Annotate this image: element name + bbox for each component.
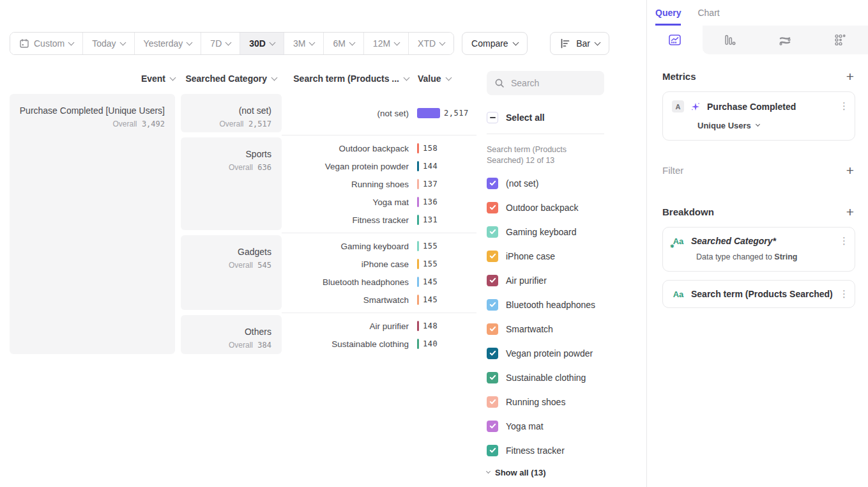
table-row[interactable]: Sustainable clothing 140 (282, 335, 476, 353)
date-range-label: Yesterday (144, 38, 183, 49)
filter-list-item[interactable]: Yoga mat (487, 414, 604, 438)
date-range-button[interactable]: Yesterday (135, 33, 202, 54)
sidebar-tabs: Query Chart (647, 0, 868, 26)
filter-list-item[interactable]: Fitness tracker (487, 438, 604, 463)
value-label: 145 (423, 295, 438, 304)
value-cell: 140 (409, 339, 476, 349)
value-bar (417, 161, 419, 171)
breakdown-card-searched-category[interactable]: Aa ✱ Searched Category* ⋮ Data type chan… (662, 227, 855, 272)
table-row[interactable]: (not set) 2,517 (282, 104, 476, 122)
table-row[interactable]: Yoga mat 136 (282, 193, 476, 211)
date-range-button[interactable]: XTD (409, 33, 453, 54)
date-range-button[interactable]: Custom (10, 33, 83, 54)
add-breakdown-button[interactable]: + (845, 205, 855, 219)
checkbox-icon (487, 421, 498, 432)
metric-name: Purchase Completed (707, 102, 833, 112)
search-term-label: Yoga mat (282, 197, 409, 207)
metric-letter-badge: A (672, 100, 684, 112)
filter-list-item[interactable]: iPhone case (487, 244, 604, 268)
select-all-checkbox[interactable]: Select all (487, 112, 604, 123)
table-row[interactable]: Running shoes 137 (282, 175, 476, 193)
category-card[interactable]: Others Overall 384 (181, 315, 282, 354)
date-range-button[interactable]: 6M (324, 33, 363, 54)
filter-item-label: (not set) (506, 178, 538, 189)
tab-flows[interactable] (758, 26, 813, 54)
date-range-button[interactable]: 7D (201, 33, 240, 54)
filter-item-label: Gaming keyboard (506, 227, 577, 237)
table-row[interactable]: Bluetooth headphones 145 (282, 273, 476, 291)
search-input[interactable]: Search (487, 71, 604, 95)
filter-item-label: Bluetooth headphones (506, 300, 595, 310)
value-label: 155 (423, 259, 438, 268)
event-column: Purchase Completed [Unique Users] Overal… (10, 91, 175, 357)
category-name: Gadgets (186, 246, 271, 258)
filter-item-label: Outdoor backpack (506, 203, 579, 213)
date-range-label: 7D (210, 38, 222, 49)
filter-list-item[interactable]: (not set) (487, 171, 604, 196)
date-range-button[interactable]: 3M (284, 33, 324, 54)
filter-list-item[interactable]: Air purifier (487, 268, 604, 293)
add-filter-button[interactable]: + (845, 164, 855, 177)
table-row[interactable]: iPhone case 155 (282, 255, 476, 273)
filter-list-item[interactable]: Vegan protein powder (487, 341, 604, 366)
tab-insights[interactable] (647, 26, 703, 54)
kebab-menu-icon[interactable]: ⋮ (839, 291, 846, 297)
category-card[interactable]: Gadgets Overall 545 (181, 235, 282, 310)
column-header-value[interactable]: Value (409, 73, 476, 84)
show-all-button[interactable]: Show all (13) (487, 468, 604, 477)
value-label: 158 (423, 144, 438, 153)
table-row[interactable]: Outdoor backpack 158 (282, 139, 476, 157)
category-overall-value: 636 (257, 163, 271, 172)
date-range-button[interactable]: 12M (364, 33, 409, 54)
category-card[interactable]: (not set) Overall 2,517 (181, 94, 282, 132)
table-row[interactable]: Smartwatch 145 (282, 291, 476, 309)
table-row[interactable]: Gaming keyboard 155 (282, 237, 476, 255)
breakdown-card-search-term[interactable]: Aa Search term (Products Searched) ⋮ (662, 280, 855, 308)
chevron-down-icon (445, 74, 452, 81)
app-root: Custom Today Yesterday (0, 0, 868, 487)
metric-card[interactable]: A Purchase Completed ⋮ Unique Users (662, 91, 855, 141)
value-label: 131 (423, 215, 438, 224)
filter-list-item[interactable]: Running shoes (487, 390, 604, 414)
column-header-event[interactable]: Event (10, 73, 175, 84)
metric-aggregation-dropdown[interactable]: Unique Users (697, 121, 846, 130)
date-range-button[interactable]: 30D (240, 33, 284, 54)
value-bar (417, 277, 419, 287)
table-row[interactable]: Air purifier 148 (282, 317, 476, 335)
filter-item-label: Running shoes (506, 397, 565, 407)
compare-button[interactable]: Compare (462, 32, 528, 55)
tab-funnels[interactable] (703, 26, 758, 54)
category-card[interactable]: Sports Overall 636 (181, 137, 282, 230)
table-row[interactable]: Fitness tracker 131 (282, 211, 476, 229)
kebab-menu-icon[interactable]: ⋮ (839, 238, 846, 244)
value-bar (417, 197, 419, 207)
tab-query[interactable]: Query (655, 8, 681, 26)
value-label: 155 (423, 242, 438, 251)
search-icon (494, 78, 505, 88)
table-row[interactable]: Vegan protein powder 144 (282, 157, 476, 175)
filter-list-item[interactable]: Outdoor backpack (487, 196, 604, 220)
value-bar (417, 259, 419, 269)
kebab-menu-icon[interactable]: ⋮ (839, 104, 846, 109)
category-overall-value: 384 (257, 341, 271, 350)
chart-type-button[interactable]: Bar (550, 32, 609, 55)
checkbox-icon (487, 299, 498, 311)
event-card[interactable]: Purchase Completed [Unique Users] Overal… (10, 94, 175, 354)
calendar-icon (19, 38, 29, 49)
value-label: 2,517 (444, 109, 469, 118)
add-metric-button[interactable]: + (845, 70, 855, 83)
tab-chart[interactable]: Chart (697, 8, 719, 26)
term-rows: (not set) 2,517 (282, 91, 476, 135)
value-bar (417, 295, 419, 305)
tab-retention[interactable] (813, 26, 868, 54)
column-header-searched-category[interactable]: Searched Category (175, 73, 282, 84)
column-header-search-term[interactable]: Search term (Products ... (282, 73, 409, 84)
filter-list-item[interactable]: Smartwatch (487, 317, 604, 341)
value-label: 140 (423, 339, 438, 348)
filter-list-item[interactable]: Gaming keyboard (487, 220, 604, 244)
filter-list-item[interactable]: Sustainable clothing (487, 366, 604, 390)
date-range-button[interactable]: Today (83, 33, 134, 54)
chevron-down-icon (394, 39, 400, 45)
filter-list-item[interactable]: Bluetooth headphones (487, 293, 604, 317)
search-term-label: Gaming keyboard (282, 242, 409, 251)
